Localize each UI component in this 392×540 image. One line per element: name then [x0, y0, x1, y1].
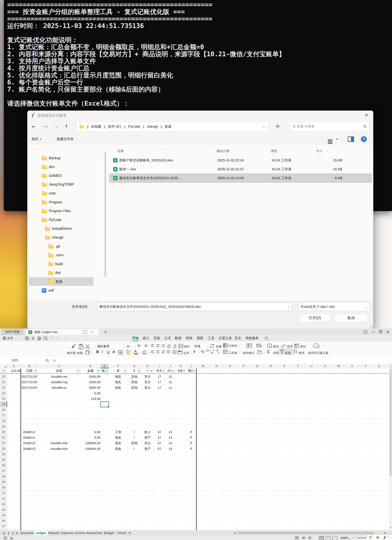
- cell-G42[interactable]: [127, 496, 141, 501]
- cell-W25[interactable]: [332, 402, 345, 407]
- cell-D46[interactable]: [80, 518, 102, 524]
- row-header-30[interactable]: 30: [0, 429, 7, 435]
- cell-E46[interactable]: [101, 518, 109, 524]
- cell-E40[interactable]: [101, 485, 109, 490]
- cell-G37[interactable]: [127, 468, 141, 474]
- cell-U44[interactable]: [305, 507, 318, 513]
- column-header-F[interactable]: F: [109, 364, 127, 368]
- cell-O43[interactable]: [223, 501, 237, 507]
- ribbon-search-icon[interactable]: [264, 336, 269, 340]
- cell-L38[interactable]: [186, 474, 196, 479]
- cell-Y41[interactable]: [359, 490, 372, 496]
- file-row[interactable]: 版本一.xlsx2025-11-03 21:37XLSX 工作表15 KB: [109, 165, 372, 174]
- cell-M38[interactable]: [196, 474, 210, 479]
- cell-U29[interactable]: [305, 424, 318, 429]
- sheet-tab-Budget[interactable]: Budget: [103, 530, 116, 535]
- cell-S38[interactable]: [278, 474, 291, 479]
- cell-X41[interactable]: [345, 490, 359, 496]
- ribbon-tab-5[interactable]: 数据: [175, 335, 181, 341]
- cell-W44[interactable]: [332, 507, 345, 513]
- cell-G30[interactable]: /: [127, 429, 141, 435]
- cell-I28[interactable]: [154, 418, 165, 424]
- cell-F48[interactable]: [109, 529, 127, 530]
- cell-P40[interactable]: [237, 485, 251, 490]
- cell-G31[interactable]: /: [127, 435, 141, 440]
- cell-B47[interactable]: [21, 524, 38, 529]
- cell-I24[interactable]: [154, 396, 165, 402]
- cell-U39[interactable]: [305, 479, 318, 485]
- cell-E37[interactable]: [101, 468, 109, 474]
- cell-L47[interactable]: [186, 524, 196, 529]
- cell-K25[interactable]: [176, 402, 186, 407]
- cell-U30[interactable]: [305, 429, 318, 435]
- cell-Y48[interactable]: [359, 529, 372, 530]
- cell-I27[interactable]: [154, 413, 165, 418]
- sort-button[interactable]: 排序: [287, 345, 293, 349]
- cell-J32[interactable]: 13: [165, 440, 176, 446]
- cell-F41[interactable]: [109, 490, 127, 496]
- cell-G32[interactable]: 其他: [127, 440, 141, 446]
- cell-R28[interactable]: [264, 418, 278, 424]
- cell-P34[interactable]: [237, 452, 251, 457]
- cell-Z36[interactable]: [372, 463, 386, 468]
- cell-Y38[interactable]: [359, 474, 372, 479]
- percent-icon[interactable]: %: [201, 350, 204, 354]
- cell-A29[interactable]: [7, 424, 21, 429]
- cell-P43[interactable]: [237, 501, 251, 507]
- cell-U32[interactable]: [305, 440, 318, 446]
- sheet-tab-Income[interactable]: Income: [74, 530, 86, 535]
- cell-E26[interactable]: [101, 407, 109, 413]
- thousands-icon[interactable]: 000,: [206, 349, 210, 355]
- cell-N27[interactable]: [210, 413, 224, 418]
- column-header-N[interactable]: N: [210, 364, 224, 368]
- cell-A35[interactable]: [7, 457, 21, 463]
- cell-I45[interactable]: [154, 513, 165, 518]
- cancel-button[interactable]: 取消: [334, 314, 368, 322]
- cell-J24[interactable]: [165, 396, 176, 402]
- cell-B26[interactable]: [21, 407, 38, 413]
- row-header-24[interactable]: 24: [0, 396, 7, 402]
- ribbon-tab-7[interactable]: 视图: [197, 335, 203, 341]
- cell-A32[interactable]: [7, 440, 21, 446]
- ribbon-tab-10[interactable]: 安全: [235, 335, 241, 341]
- cell-G46[interactable]: [127, 518, 141, 524]
- cell-R33[interactable]: [264, 446, 278, 452]
- cell-U48[interactable]: [305, 529, 318, 530]
- cell-H46[interactable]: [141, 518, 154, 524]
- cell-H34[interactable]: [141, 452, 154, 457]
- cell-D30[interactable]: 0.00: [80, 429, 102, 435]
- macro-record-icon[interactable]: [3, 536, 7, 540]
- cell-V25[interactable]: [318, 402, 332, 407]
- vertical-scrollbar[interactable]: ▲ ▼: [389, 364, 392, 530]
- cell-Q34[interactable]: [250, 452, 264, 457]
- cell-R42[interactable]: [264, 496, 278, 501]
- cell-M47[interactable]: [196, 524, 210, 529]
- cell-G20[interactable]: 其他: [127, 374, 141, 379]
- name-box[interactable]: E25 ⌄: [0, 357, 40, 364]
- cell-G39[interactable]: [127, 479, 141, 485]
- cell-V45[interactable]: [318, 513, 332, 518]
- cell-S20[interactable]: [278, 374, 291, 379]
- row-header-31[interactable]: 31: [0, 435, 7, 440]
- cell-S22[interactable]: [278, 385, 291, 390]
- cell-O47[interactable]: [223, 524, 237, 529]
- cell-A41[interactable]: [7, 490, 21, 496]
- number-format-select[interactable]: 常规 ⌄: [193, 344, 208, 349]
- cell-Y29[interactable]: [359, 424, 372, 429]
- cell-U26[interactable]: [305, 407, 318, 413]
- cell-M37[interactable]: [196, 468, 210, 474]
- cell-M25[interactable]: [196, 402, 210, 407]
- cell-P31[interactable]: [237, 435, 251, 440]
- cell-F46[interactable]: [109, 518, 127, 524]
- cell-Y32[interactable]: [359, 440, 372, 446]
- column-header-I[interactable]: I: [154, 364, 165, 368]
- cell-C30[interactable]: [38, 429, 80, 435]
- cut-icon[interactable]: [85, 344, 91, 349]
- cell-T36[interactable]: [291, 463, 305, 468]
- cell-K40[interactable]: [176, 485, 186, 490]
- cell-V22[interactable]: [318, 385, 332, 390]
- cell-B20[interactable]: 2017/11/20: [21, 374, 38, 379]
- cell-O27[interactable]: [223, 413, 237, 418]
- cell-N47[interactable]: [210, 524, 224, 529]
- cell-E32[interactable]: [101, 440, 109, 446]
